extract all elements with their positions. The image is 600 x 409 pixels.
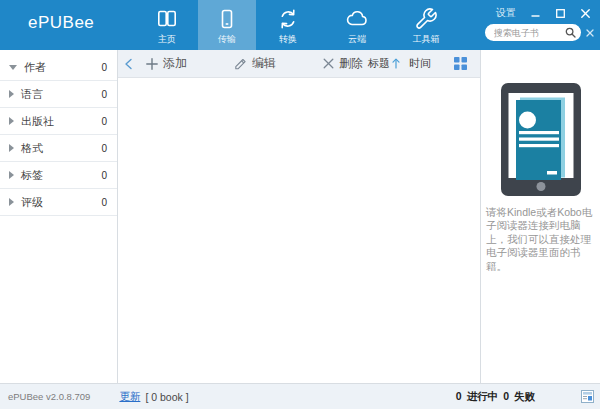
sidebar-item-count: 0: [101, 89, 107, 100]
chevron-right-icon: [9, 144, 14, 152]
in-progress-label: 进行中: [467, 390, 499, 404]
nav-tab-cloud[interactable]: 云端: [328, 0, 386, 50]
sidebar-item-count: 0: [101, 143, 107, 154]
sidebar-item-label: 语言: [21, 87, 43, 102]
edit-button[interactable]: 编辑: [234, 55, 276, 72]
window-controls: 设置: [496, 6, 591, 20]
header: ePUBee 主页 传输 转换: [0, 0, 600, 50]
chevron-right-icon: [9, 171, 14, 179]
close-button[interactable]: [579, 7, 591, 19]
app-window: ePUBee 主页 传输 转换: [0, 0, 600, 409]
delete-button-label: 删除: [339, 55, 363, 72]
sidebar-item-label: 标签: [21, 168, 43, 183]
failed-label: 失败: [514, 390, 535, 404]
sidebar-item-count: 0: [101, 62, 107, 73]
chevron-down-icon: [9, 65, 17, 70]
toolbar-sort-group: 标题 时间: [368, 56, 467, 71]
nav-tab-label: 工具箱: [413, 33, 440, 46]
version-text: ePUBee v2.0.8.709: [8, 391, 90, 402]
sidebar-item-author[interactable]: 作者 0: [0, 54, 117, 81]
plus-icon: [146, 58, 158, 70]
arrow-up-icon: [392, 58, 400, 69]
ereader-illustration: [501, 83, 581, 196]
pencil-icon: [234, 57, 247, 70]
search-area: [485, 24, 594, 41]
sidebar-item-count: 0: [101, 170, 107, 181]
nav-tab-toolbox[interactable]: 工具箱: [397, 0, 455, 50]
close-icon: [581, 9, 590, 18]
update-link[interactable]: 更新: [119, 390, 140, 404]
toolbar: 添加 编辑 删除 标题 时间: [118, 50, 480, 78]
chevron-right-icon: [9, 117, 14, 125]
chevron-right-icon: [9, 90, 14, 98]
maximize-icon: [556, 9, 565, 18]
app-logo: ePUBee: [28, 13, 94, 33]
minimize-icon: [531, 8, 540, 18]
nav-tab-label: 传输: [218, 33, 236, 46]
clear-search-icon[interactable]: [586, 29, 594, 37]
chevron-right-icon: [9, 198, 14, 206]
body: 作者 0 语言 0 出版社 0 格式 0 标签 0: [0, 50, 600, 383]
sidebar-item-publisher[interactable]: 出版社 0: [0, 108, 117, 135]
failed-count: 0: [503, 390, 509, 404]
smartphone-icon: [215, 7, 239, 31]
edit-button-label: 编辑: [252, 55, 276, 72]
in-progress-count: 0: [456, 390, 462, 404]
delete-button[interactable]: 删除: [323, 55, 363, 72]
device-panel: 请将Kindle或者Kobo电子阅读器连接到电脑上，我们可以直接处理电子阅读器里…: [480, 50, 600, 383]
nav-tab-transfer[interactable]: 传输: [198, 0, 256, 50]
sidebar-item-format[interactable]: 格式 0: [0, 135, 117, 162]
sidebar-item-label: 格式: [21, 141, 43, 156]
sidebar-item-label: 出版社: [21, 114, 54, 129]
sort-by-time-button[interactable]: 时间: [409, 56, 431, 71]
maximize-button[interactable]: [554, 7, 566, 19]
sync-icon: [276, 7, 300, 31]
settings-button[interactable]: 设置: [496, 6, 516, 20]
sidebar-item-tags[interactable]: 标签 0: [0, 162, 117, 189]
nav-tab-label: 云端: [348, 33, 366, 46]
sidebar-item-count: 0: [101, 116, 107, 127]
sidebar-item-language[interactable]: 语言 0: [0, 81, 117, 108]
collapse-sidebar-button[interactable]: [124, 58, 133, 70]
nav-tab-label: 转换: [279, 33, 297, 46]
book-count-text: [ 0 book ]: [145, 391, 188, 403]
add-button-label: 添加: [163, 55, 187, 72]
cloud-icon: [345, 7, 369, 31]
main-area: 添加 编辑 删除 标题 时间: [118, 50, 480, 383]
book-icon: [155, 7, 179, 31]
sidebar-item-count: 0: [101, 197, 107, 208]
search-box: [485, 24, 581, 41]
sidebar: 作者 0 语言 0 出版社 0 格式 0 标签 0: [0, 50, 118, 383]
nav-tab-convert[interactable]: 转换: [259, 0, 317, 50]
task-status: 0 进行中 0 失败: [456, 390, 535, 404]
status-bar: ePUBee v2.0.8.709 更新 [ 0 book ] 0 进行中 0 …: [0, 383, 600, 409]
sidebar-item-rating[interactable]: 评级 0: [0, 189, 117, 216]
search-icon[interactable]: [565, 27, 576, 38]
sort-time-label: 时间: [409, 56, 431, 71]
task-log-icon[interactable]: [581, 390, 594, 403]
device-hint-text: 请将Kindle或者Kobo电子阅读器连接到电脑上，我们可以直接处理电子阅读器里…: [486, 206, 596, 273]
grid-view-icon[interactable]: [454, 57, 467, 70]
book-list-area: [118, 78, 480, 383]
add-button[interactable]: 添加: [146, 55, 187, 72]
x-icon: [323, 58, 334, 69]
nav-tab-home[interactable]: 主页: [138, 0, 196, 50]
chevron-left-icon: [124, 58, 133, 70]
nav-tab-label: 主页: [158, 33, 176, 46]
sidebar-item-label: 作者: [24, 60, 46, 75]
sidebar-item-label: 评级: [21, 195, 43, 210]
sort-by-title-button[interactable]: 标题: [368, 56, 400, 71]
wrench-icon: [414, 7, 438, 31]
sort-title-label: 标题: [368, 56, 390, 71]
minimize-button[interactable]: [529, 7, 541, 19]
search-input[interactable]: [494, 24, 564, 41]
